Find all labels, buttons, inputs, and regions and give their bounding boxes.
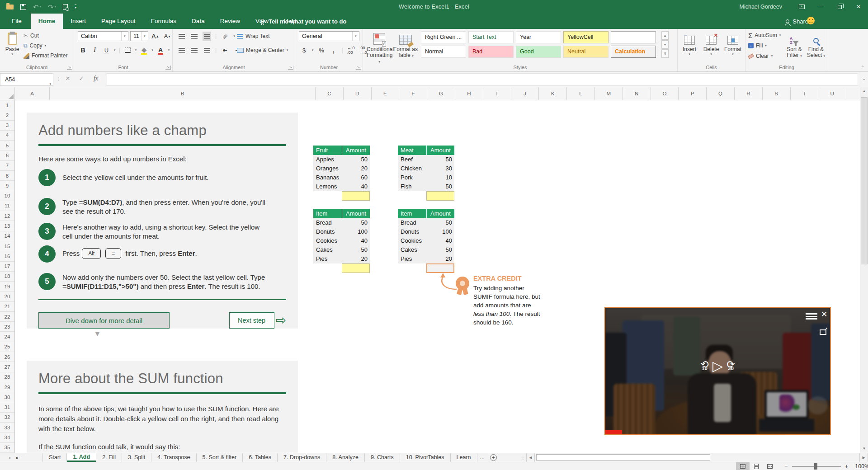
sheet-tab-8-analyze[interactable]: 8. Analyze	[326, 453, 365, 462]
style-chip-bad[interactable]: Bad	[468, 46, 514, 58]
name-box[interactable]: A54▾	[0, 73, 53, 86]
column-header-F[interactable]: F	[399, 87, 427, 100]
bold-button[interactable]: B	[79, 46, 87, 55]
row-header-8[interactable]: 8	[0, 171, 14, 181]
format-cells-button[interactable]: Format▾	[723, 30, 743, 56]
select-all-corner[interactable]	[0, 87, 15, 100]
column-header-M[interactable]: M	[595, 87, 623, 100]
row-header-28[interactable]: 28	[0, 372, 14, 382]
collapse-ribbon-icon[interactable]: ⌃	[861, 65, 864, 70]
tab-scroll-right-icon[interactable]: ▸	[16, 455, 19, 460]
cancel-icon[interactable]: ✕	[62, 75, 73, 82]
ribbon-tab-home[interactable]: Home	[31, 14, 63, 29]
sheet-tab-6-tables[interactable]: 6. Tables	[243, 453, 278, 462]
accounting-format-icon[interactable]: $	[300, 46, 308, 55]
sort-filter-button[interactable]: AZ Sort &Filter ▾	[784, 30, 804, 59]
row-header-27[interactable]: 27	[0, 362, 14, 372]
forward-30-button[interactable]: ⟳ 30	[723, 361, 739, 371]
cut-button[interactable]: ✂Cut	[24, 31, 39, 40]
column-header-B[interactable]: B	[50, 87, 316, 100]
orientation-icon[interactable]: ab	[221, 32, 229, 41]
scroll-left-icon[interactable]: ◀	[526, 453, 535, 462]
row-header-11[interactable]: 11	[0, 201, 14, 211]
sheet-tab-2-fill[interactable]: 2. Fill	[96, 453, 122, 462]
column-header-N[interactable]: N	[623, 87, 651, 100]
sheet-tab-9-charts[interactable]: 9. Charts	[365, 453, 400, 462]
formula-bar-splitter[interactable]: ⋮	[56, 76, 61, 82]
percent-style-icon[interactable]: %	[317, 46, 326, 55]
column-header-R[interactable]: R	[735, 87, 763, 100]
style-chip-start-text[interactable]: Start Text	[468, 31, 514, 43]
number-dialog-launcher-icon[interactable]: ↘	[356, 66, 361, 70]
row-header-5[interactable]: 5	[0, 141, 14, 150]
sheet-tab-start[interactable]: Start	[42, 453, 67, 462]
row-header-9[interactable]: 9	[0, 181, 14, 191]
play-button[interactable]: ▷	[712, 358, 723, 374]
scroll-right-icon[interactable]: ▶	[859, 453, 868, 462]
next-step-button[interactable]: Next step	[229, 312, 274, 329]
style-chip-blank[interactable]	[611, 31, 656, 43]
row-header-34[interactable]: 34	[0, 432, 14, 442]
scroll-up-icon[interactable]: ▲	[860, 87, 868, 95]
insert-function-icon[interactable]: fx	[90, 75, 101, 82]
format-painter-button[interactable]: Format Painter	[24, 51, 67, 60]
ribbon-tab-page-layout[interactable]: Page Layout	[94, 14, 143, 29]
scroll-down-icon[interactable]: ▼	[860, 445, 868, 453]
restore-icon[interactable]	[830, 0, 849, 14]
table-row[interactable]: Bananas60	[313, 173, 370, 182]
table-row[interactable]: Donuts100	[313, 227, 370, 236]
format-as-table-button[interactable]: Format asTable ▾	[393, 30, 418, 59]
paste-button[interactable]: Paste ▾	[1, 30, 24, 56]
style-chip-yellowcell[interactable]: YellowCell	[563, 31, 609, 43]
video-close-icon[interactable]: ✕	[817, 310, 831, 319]
column-header-K[interactable]: K	[539, 87, 567, 100]
table-row[interactable]: Donuts100	[398, 227, 454, 236]
table-fruit[interactable]: FruitAmountApples50Oranges20Bananas60Lem…	[313, 146, 370, 191]
style-chip-calculation[interactable]: Calculation	[611, 46, 656, 58]
decrease-font-icon[interactable]: A▼	[163, 32, 172, 41]
column-header-H[interactable]: H	[455, 87, 483, 100]
autosum-button[interactable]: ΣAutoSum▾	[748, 31, 781, 40]
row-header-16[interactable]: 16	[0, 251, 14, 261]
vertical-scrollbar[interactable]: ▲ ▼	[860, 87, 868, 453]
borders-icon[interactable]	[123, 46, 132, 55]
column-header-C[interactable]: C	[316, 87, 344, 100]
delete-cells-button[interactable]: Delete▾	[701, 30, 721, 56]
style-chip-normal[interactable]: Normal	[421, 46, 466, 58]
row-header-23[interactable]: 23	[0, 322, 14, 332]
font-color-icon[interactable]: A	[156, 46, 165, 55]
zoom-level[interactable]: 100%	[855, 463, 868, 470]
sheet-tab-7-drop-downs[interactable]: 7. Drop-downs	[278, 453, 326, 462]
column-header-J[interactable]: J	[511, 87, 539, 100]
sheet-tab-learn[interactable]: Learn	[451, 453, 477, 462]
minimize-icon[interactable]: —	[811, 0, 830, 14]
yellow-answer-cell[interactable]	[342, 263, 370, 273]
table-row[interactable]: Oranges20	[313, 164, 370, 173]
table-row[interactable]: Bread50	[313, 218, 370, 227]
row-header-13[interactable]: 13	[0, 221, 14, 231]
font-dialog-launcher-icon[interactable]: ↘	[165, 66, 171, 70]
table-item-left[interactable]: ItemAmountBread50Donuts100Cookies40Cakes…	[313, 209, 370, 263]
sheet-tab-1-add[interactable]: 1. Add	[67, 453, 96, 462]
alignment-dialog-launcher-icon[interactable]: ↘	[288, 66, 293, 70]
row-header-29[interactable]: 29	[0, 382, 14, 392]
row-header-24[interactable]: 24	[0, 332, 14, 342]
sheet-tab-4-transpose[interactable]: 4. Transpose	[151, 453, 196, 462]
ribbon-tab-file[interactable]: File	[3, 14, 31, 29]
merge-center-button[interactable]: Merge & Center▾	[237, 46, 288, 55]
page-break-view-icon[interactable]	[763, 462, 777, 470]
column-header-O[interactable]: O	[651, 87, 679, 100]
video-menu-icon[interactable]	[806, 313, 817, 320]
increase-decimal-icon[interactable]: ←.0.00	[347, 46, 355, 55]
table-row[interactable]: Pies20	[313, 254, 370, 263]
column-header-E[interactable]: E	[372, 87, 400, 100]
formula-input[interactable]	[107, 73, 858, 86]
clear-button[interactable]: Clear▾	[748, 52, 773, 61]
row-header-30[interactable]: 30	[0, 392, 14, 402]
increase-font-icon[interactable]: A▲	[151, 32, 160, 41]
table-item-right[interactable]: ItemAmountBread50Donuts100Cookies40Cakes…	[398, 209, 454, 263]
table-row[interactable]: Chicken30	[398, 164, 454, 173]
style-chip-right-green-[interactable]: Right Green ...	[421, 31, 466, 43]
row-header-20[interactable]: 20	[0, 291, 14, 301]
yellow-answer-cell[interactable]	[426, 191, 454, 201]
